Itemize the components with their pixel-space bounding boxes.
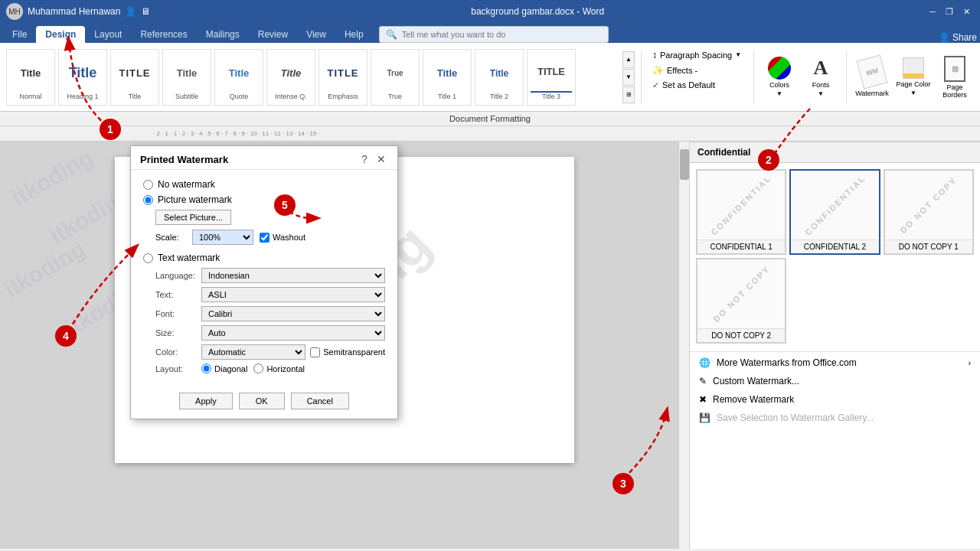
diagonal-radio[interactable]: [201, 364, 211, 373]
colors-icon: [768, 57, 791, 80]
apply-button[interactable]: Apply: [179, 393, 233, 409]
close-button[interactable]: ✕: [959, 4, 974, 19]
language-select[interactable]: Indonesian English: [201, 268, 385, 283]
save-to-gallery-item: 💾 Save Selection to Watermark Gallery...: [690, 409, 980, 427]
watermark-button[interactable]: WM Watermark: [854, 55, 890, 99]
printed-watermark-dialog[interactable]: Printed Watermark ? ✕ No watermark Pictu…: [130, 145, 398, 419]
scale-label: Scale:: [155, 233, 186, 242]
style-heading1[interactable]: Title Heading 1: [58, 49, 107, 106]
effects-icon: ✨: [652, 65, 664, 76]
horizontal-radio[interactable]: [253, 364, 263, 373]
picture-watermark-radio[interactable]: [143, 195, 153, 205]
checkmark-icon: ✓: [652, 80, 659, 90]
style-title3[interactable]: Title Intense Q.: [266, 49, 315, 106]
window-controls: ─ ❐ ✕: [925, 4, 974, 19]
panel-header: Confidential: [690, 142, 980, 163]
no-watermark-label[interactable]: No watermark: [158, 179, 215, 190]
color-label: Color:: [155, 347, 201, 357]
layout-row: Layout: Diagonal Horizontal: [155, 364, 385, 373]
select-picture-row: Select Picture...: [155, 210, 385, 225]
ok-button[interactable]: OK: [239, 393, 285, 409]
tab-mailings[interactable]: Mailings: [197, 26, 249, 43]
effects-button[interactable]: ✨ Effects -: [648, 64, 747, 77]
page-borders-group: ▦ Page Borders: [936, 55, 974, 99]
tab-help[interactable]: Help: [335, 26, 373, 43]
style-title4[interactable]: Title Title 1: [423, 49, 472, 106]
text-options: Language: Indonesian English Text: ASLI …: [155, 268, 385, 373]
page-color-button[interactable]: Page Color ▼: [895, 55, 932, 99]
colors-group: Colors ▼: [760, 55, 799, 99]
title-bar: MH Muhammad Hernawan 👤 🖥 background gamb…: [0, 0, 980, 23]
language-label: Language:: [155, 271, 201, 280]
fonts-button[interactable]: A Fonts ▼: [802, 55, 839, 99]
paragraph-spacing-group: ↕ Paragraph Spacing ▼ ✨ Effects - ✓ Set …: [648, 48, 747, 92]
restore-button[interactable]: ❐: [942, 4, 957, 19]
style-true[interactable]: True True: [371, 49, 420, 106]
watermark-label-donotcopy2: DO NOT COPY 2: [697, 328, 785, 342]
set-as-default-button[interactable]: ✓ Set as Default: [648, 79, 747, 92]
share-button[interactable]: 👤 Share: [939, 32, 977, 43]
minimize-button[interactable]: ─: [925, 4, 940, 19]
watermark-item-donotcopy2[interactable]: DO NOT COPY DO NOT COPY 2: [696, 258, 786, 344]
style-title-caps[interactable]: TITLE Title: [110, 49, 159, 106]
user-icon: 👤: [125, 6, 136, 17]
select-picture-button[interactable]: Select Picture...: [155, 210, 231, 225]
scale-select[interactable]: 100% 50% 150% Auto: [192, 230, 253, 245]
document-scrollbar[interactable]: [678, 142, 689, 549]
watermark-grid: CONFIDENTIAL CONFIDENTIAL 1 CONFIDENTIAL…: [690, 163, 980, 350]
style-title6[interactable]: TITLE Title 3: [527, 49, 576, 106]
dialog-help-button[interactable]: ?: [358, 152, 371, 166]
tab-review[interactable]: Review: [249, 26, 297, 43]
tab-design[interactable]: Design: [36, 26, 85, 43]
tab-references[interactable]: References: [131, 26, 196, 43]
more-watermarks-item[interactable]: 🌐 More Watermarks from Office.com ›: [690, 354, 980, 372]
style-title-bold[interactable]: TITLE Emphasis: [318, 49, 368, 106]
washout-checkbox[interactable]: [260, 233, 270, 243]
tab-layout[interactable]: Layout: [85, 26, 131, 43]
search-bar[interactable]: 🔍: [379, 26, 609, 43]
page-borders-button[interactable]: ▦ Page Borders: [936, 55, 973, 99]
monitor-icon: 🖥: [141, 6, 150, 17]
user-info: MH Muhammad Hernawan 👤 🖥: [6, 3, 150, 20]
picture-options: Select Picture... Scale: 100% 50% 150% A…: [155, 210, 385, 245]
gallery-scroll-down[interactable]: ▼: [622, 69, 635, 86]
custom-watermark-item[interactable]: ✎ Custom Watermark...: [690, 372, 980, 390]
size-select[interactable]: Auto 12 24 48: [201, 325, 385, 341]
watermark-preview-donotcopy2: DO NOT COPY: [697, 259, 785, 328]
watermark-item-confidential1[interactable]: CONFIDENTIAL CONFIDENTIAL 1: [696, 169, 786, 255]
colors-button[interactable]: Colors ▼: [761, 55, 798, 99]
dialog-title: Printed Watermark: [140, 154, 228, 165]
semitransparent-checkbox[interactable]: [310, 347, 320, 357]
semitransparent-label: Semitransparent: [310, 347, 385, 357]
search-input[interactable]: [402, 30, 602, 39]
user-avatar: MH: [6, 3, 23, 20]
tab-file[interactable]: File: [3, 26, 36, 43]
remove-watermark-item[interactable]: ✖ Remove Watermark: [690, 390, 980, 409]
style-normal[interactable]: Title Normal: [6, 49, 55, 106]
font-select[interactable]: Calibri Arial Times New Roman: [201, 306, 385, 321]
cancel-button[interactable]: Cancel: [291, 393, 349, 409]
more-watermarks-icon: 🌐: [699, 357, 710, 368]
text-select[interactable]: ASLI CONFIDENTIAL DO NOT COPY: [201, 287, 385, 302]
style-title5[interactable]: Title Title 2: [475, 49, 524, 106]
no-watermark-radio[interactable]: [143, 180, 153, 190]
text-watermark-radio[interactable]: [143, 253, 153, 263]
picture-watermark-label[interactable]: Picture watermark: [158, 194, 232, 205]
ribbon-tabs: File Design Layout References Mailings R…: [0, 23, 980, 43]
gallery-expand[interactable]: ⊞: [622, 86, 635, 103]
paragraph-spacing-icon: ↕: [652, 50, 657, 60]
watermark-item-donotcopy1[interactable]: DO NOT COPY DO NOT COPY 1: [884, 169, 974, 255]
dialog-close-button[interactable]: ✕: [374, 152, 388, 166]
scroll-thumb[interactable]: [680, 149, 689, 180]
remove-watermark-icon: ✖: [699, 394, 707, 405]
color-select[interactable]: Automatic Red Blue: [201, 344, 305, 360]
watermark-item-confidential2[interactable]: CONFIDENTIAL CONFIDENTIAL 2: [789, 169, 880, 255]
gallery-scroll-up[interactable]: ▲: [622, 51, 635, 68]
watermark-preview-donotcopy1: DO NOT COPY: [885, 171, 972, 240]
bg-watermark-3: itkoding: [0, 236, 90, 303]
text-watermark-label[interactable]: Text watermark: [158, 253, 220, 263]
paragraph-spacing-button[interactable]: ↕ Paragraph Spacing ▼: [648, 48, 747, 62]
tab-view[interactable]: View: [297, 26, 335, 43]
style-title2[interactable]: Title Quote: [214, 49, 263, 106]
style-subtitle[interactable]: Title Subtitle: [162, 49, 211, 106]
